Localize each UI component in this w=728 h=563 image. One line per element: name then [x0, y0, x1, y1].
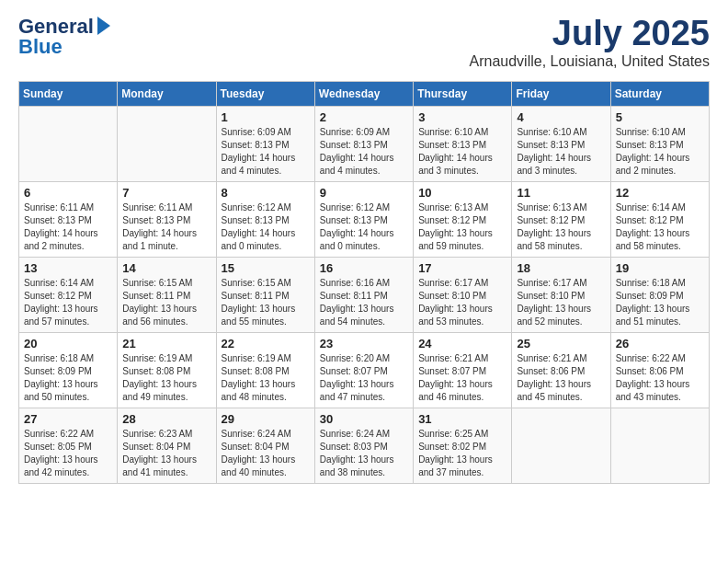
calendar-cell — [118, 106, 216, 181]
calendar-week-row: 13Sunrise: 6:14 AM Sunset: 8:12 PM Dayli… — [19, 257, 710, 332]
day-number: 22 — [222, 337, 310, 350]
day-number: 15 — [222, 261, 310, 275]
page-title: July 2025 — [470, 15, 711, 53]
calendar-cell: 30Sunrise: 6:24 AM Sunset: 8:03 PM Dayli… — [314, 408, 413, 483]
day-info: Sunrise: 6:09 AM Sunset: 8:13 PM Dayligh… — [320, 126, 408, 178]
day-number: 2 — [320, 110, 408, 124]
day-number: 7 — [122, 186, 210, 200]
calendar-cell: 24Sunrise: 6:21 AM Sunset: 8:07 PM Dayli… — [414, 332, 512, 408]
day-number: 29 — [222, 412, 310, 426]
day-number: 12 — [616, 186, 704, 200]
day-number: 5 — [616, 110, 704, 124]
day-info: Sunrise: 6:25 AM Sunset: 8:02 PM Dayligh… — [418, 428, 506, 479]
day-number: 24 — [418, 337, 506, 350]
day-number: 31 — [418, 412, 506, 426]
weekday-header: Sunday — [19, 81, 118, 106]
title-area: July 2025 Arnaudville, Louisiana, United… — [470, 15, 711, 70]
day-number: 19 — [616, 261, 704, 275]
day-info: Sunrise: 6:14 AM Sunset: 8:12 PM Dayligh… — [616, 201, 704, 253]
day-info: Sunrise: 6:21 AM Sunset: 8:06 PM Dayligh… — [517, 352, 605, 404]
day-info: Sunrise: 6:15 AM Sunset: 8:11 PM Dayligh… — [122, 277, 210, 328]
day-info: Sunrise: 6:10 AM Sunset: 8:13 PM Dayligh… — [418, 126, 506, 178]
day-number: 17 — [418, 261, 506, 275]
calendar-cell: 7Sunrise: 6:11 AM Sunset: 8:13 PM Daylig… — [118, 181, 216, 257]
calendar-cell: 2Sunrise: 6:09 AM Sunset: 8:13 PM Daylig… — [314, 106, 413, 181]
day-number: 6 — [24, 186, 112, 200]
day-info: Sunrise: 6:13 AM Sunset: 8:12 PM Dayligh… — [517, 201, 605, 253]
calendar-week-row: 6Sunrise: 6:11 AM Sunset: 8:13 PM Daylig… — [19, 181, 710, 257]
day-number: 28 — [122, 412, 210, 426]
day-number: 23 — [320, 337, 408, 350]
calendar-week-row: 1Sunrise: 6:09 AM Sunset: 8:13 PM Daylig… — [19, 106, 710, 181]
day-info: Sunrise: 6:24 AM Sunset: 8:03 PM Dayligh… — [320, 428, 408, 479]
day-number: 14 — [122, 261, 210, 275]
day-number: 8 — [222, 186, 310, 200]
day-info: Sunrise: 6:18 AM Sunset: 8:09 PM Dayligh… — [616, 277, 704, 328]
calendar-cell: 17Sunrise: 6:17 AM Sunset: 8:10 PM Dayli… — [414, 257, 512, 332]
calendar-cell: 15Sunrise: 6:15 AM Sunset: 8:11 PM Dayli… — [216, 257, 314, 332]
weekday-header: Saturday — [610, 81, 709, 106]
day-info: Sunrise: 6:22 AM Sunset: 8:05 PM Dayligh… — [24, 428, 112, 479]
day-info: Sunrise: 6:19 AM Sunset: 8:08 PM Dayligh… — [122, 352, 210, 404]
day-info: Sunrise: 6:24 AM Sunset: 8:04 PM Dayligh… — [222, 428, 310, 479]
day-number: 4 — [517, 110, 605, 124]
day-number: 26 — [616, 337, 704, 350]
calendar-cell: 13Sunrise: 6:14 AM Sunset: 8:12 PM Dayli… — [19, 257, 118, 332]
day-info: Sunrise: 6:10 AM Sunset: 8:13 PM Dayligh… — [517, 126, 605, 178]
calendar-cell: 1Sunrise: 6:09 AM Sunset: 8:13 PM Daylig… — [216, 106, 314, 181]
day-number: 30 — [320, 412, 408, 426]
calendar-cell: 31Sunrise: 6:25 AM Sunset: 8:02 PM Dayli… — [414, 408, 512, 483]
day-info: Sunrise: 6:17 AM Sunset: 8:10 PM Dayligh… — [517, 277, 605, 328]
day-number: 10 — [418, 186, 506, 200]
day-number: 1 — [222, 110, 310, 124]
weekday-header: Thursday — [414, 81, 512, 106]
page-header: General Blue July 2025 Arnaudville, Loui… — [18, 15, 710, 70]
calendar-cell: 23Sunrise: 6:20 AM Sunset: 8:07 PM Dayli… — [314, 332, 413, 408]
calendar-cell: 6Sunrise: 6:11 AM Sunset: 8:13 PM Daylig… — [19, 181, 118, 257]
calendar-cell — [512, 408, 610, 483]
day-number: 25 — [517, 337, 605, 350]
svg-marker-0 — [97, 17, 110, 35]
day-info: Sunrise: 6:17 AM Sunset: 8:10 PM Dayligh… — [418, 277, 506, 328]
calendar-cell: 5Sunrise: 6:10 AM Sunset: 8:13 PM Daylig… — [610, 106, 709, 181]
calendar-cell: 16Sunrise: 6:16 AM Sunset: 8:11 PM Dayli… — [314, 257, 413, 332]
day-number: 3 — [418, 110, 506, 124]
day-info: Sunrise: 6:12 AM Sunset: 8:13 PM Dayligh… — [320, 201, 408, 253]
day-info: Sunrise: 6:09 AM Sunset: 8:13 PM Dayligh… — [222, 126, 310, 178]
day-info: Sunrise: 6:16 AM Sunset: 8:11 PM Dayligh… — [320, 277, 408, 328]
calendar-cell: 4Sunrise: 6:10 AM Sunset: 8:13 PM Daylig… — [512, 106, 610, 181]
calendar-cell: 25Sunrise: 6:21 AM Sunset: 8:06 PM Dayli… — [512, 332, 610, 408]
logo-blue: Blue — [18, 35, 63, 59]
calendar-cell: 22Sunrise: 6:19 AM Sunset: 8:08 PM Dayli… — [216, 332, 314, 408]
calendar-header-row: SundayMondayTuesdayWednesdayThursdayFrid… — [19, 81, 710, 106]
day-info: Sunrise: 6:12 AM Sunset: 8:13 PM Dayligh… — [222, 201, 310, 253]
day-number: 21 — [122, 337, 210, 350]
calendar-cell: 20Sunrise: 6:18 AM Sunset: 8:09 PM Dayli… — [19, 332, 118, 408]
logo-arrow-icon — [96, 17, 112, 37]
day-number: 20 — [24, 337, 112, 350]
calendar-cell: 21Sunrise: 6:19 AM Sunset: 8:08 PM Dayli… — [118, 332, 216, 408]
day-info: Sunrise: 6:19 AM Sunset: 8:08 PM Dayligh… — [222, 352, 310, 404]
day-info: Sunrise: 6:20 AM Sunset: 8:07 PM Dayligh… — [320, 352, 408, 404]
calendar-cell — [610, 408, 709, 483]
calendar-cell: 27Sunrise: 6:22 AM Sunset: 8:05 PM Dayli… — [19, 408, 118, 483]
page-subtitle: Arnaudville, Louisiana, United States — [470, 53, 711, 70]
calendar-cell: 29Sunrise: 6:24 AM Sunset: 8:04 PM Dayli… — [216, 408, 314, 483]
calendar-cell: 14Sunrise: 6:15 AM Sunset: 8:11 PM Dayli… — [118, 257, 216, 332]
weekday-header: Tuesday — [216, 81, 314, 106]
weekday-header: Wednesday — [314, 81, 413, 106]
calendar-cell: 18Sunrise: 6:17 AM Sunset: 8:10 PM Dayli… — [512, 257, 610, 332]
day-info: Sunrise: 6:11 AM Sunset: 8:13 PM Dayligh… — [24, 201, 112, 253]
calendar-cell — [19, 106, 118, 181]
calendar-week-row: 20Sunrise: 6:18 AM Sunset: 8:09 PM Dayli… — [19, 332, 710, 408]
calendar-cell: 19Sunrise: 6:18 AM Sunset: 8:09 PM Dayli… — [610, 257, 709, 332]
day-number: 27 — [24, 412, 112, 426]
calendar-week-row: 27Sunrise: 6:22 AM Sunset: 8:05 PM Dayli… — [19, 408, 710, 483]
calendar-cell: 11Sunrise: 6:13 AM Sunset: 8:12 PM Dayli… — [512, 181, 610, 257]
day-info: Sunrise: 6:23 AM Sunset: 8:04 PM Dayligh… — [122, 428, 210, 479]
day-info: Sunrise: 6:15 AM Sunset: 8:11 PM Dayligh… — [222, 277, 310, 328]
brand-logo: General Blue — [18, 15, 112, 59]
day-number: 11 — [517, 186, 605, 200]
weekday-header: Friday — [512, 81, 610, 106]
day-info: Sunrise: 6:22 AM Sunset: 8:06 PM Dayligh… — [616, 352, 704, 404]
